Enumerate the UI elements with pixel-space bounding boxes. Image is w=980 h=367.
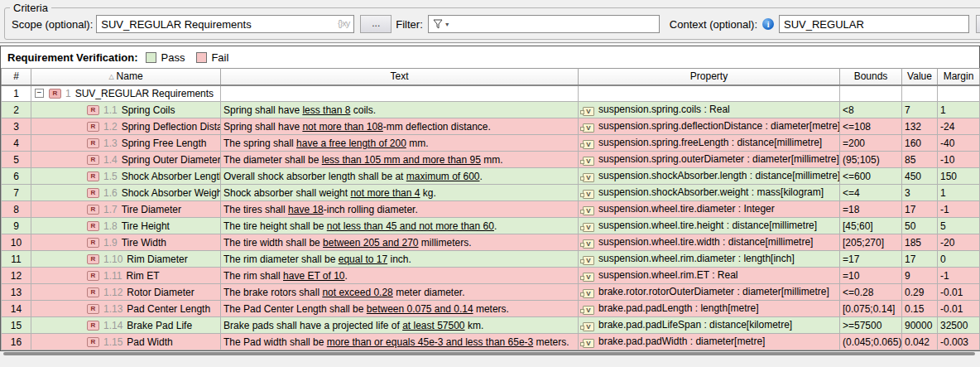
text-underlined: at least 57500 [402, 320, 464, 331]
requirement-name-cell: R1.15Pad Width [31, 334, 221, 350]
text-pre: The diameter shall be [223, 154, 322, 166]
text-pre: The tires shall [223, 204, 288, 215]
table-row[interactable]: 1−R1SUV_REGULAR Requirements [2, 85, 980, 102]
margin-cell: -0.01 [938, 301, 980, 317]
text-underlined: between 205 and 270 [323, 237, 418, 249]
property-name: brake.pad.padLength : length[metre] [598, 302, 758, 314]
table-row[interactable]: 9R1.8Tire HeightThe tire height shall be… [2, 218, 980, 234]
text-underlined: have 18 [288, 204, 324, 215]
property-name: suspension.wheel.tire.height : distance[… [598, 220, 817, 231]
table-row[interactable]: 11R1.10Rim DiameterThe rim diameter shal… [2, 251, 980, 268]
property-cell: Vsuspension.spring.outerDiameter : diame… [579, 152, 840, 168]
property-cell [579, 85, 840, 102]
context-value: SUV_REGULAR [784, 18, 864, 31]
requirement-name: Spring Outer Diameter [122, 154, 221, 166]
requirement-name-cell: R1.2Spring Deflection Distance [31, 118, 221, 135]
text-post: meters. [473, 303, 509, 315]
requirement-icon: R [87, 271, 99, 281]
requirement-ref: 1.5 [103, 171, 118, 182]
requirement-text-cell: The rim shall have ET of 10. [221, 268, 579, 284]
row-number: 3 [2, 118, 31, 135]
value-cell [902, 85, 938, 102]
requirement-ref: 1.3 [103, 138, 118, 149]
table-row[interactable]: 7R1.6Shock Absorber WeightShock absorber… [2, 185, 980, 201]
table-row[interactable]: 15R1.14Brake Pad LifeBrake pads shall ha… [2, 317, 980, 334]
scope-input[interactable]: SUV_REGULAR Requirements {}xy [96, 15, 354, 33]
requirement-text-cell: The rim diameter shall be equal to 17 in… [221, 251, 579, 268]
context-browse-button[interactable]: ... [976, 15, 980, 33]
property-cell: Vbrake.pad.padLifeSpan : distance[kilome… [579, 317, 840, 334]
requirement-name: Tire Diameter [122, 204, 181, 215]
property-name: suspension.spring.coils : Real [598, 104, 730, 115]
header-bounds[interactable]: Bounds [840, 69, 902, 85]
margin-cell [938, 85, 980, 102]
scope-browse-button[interactable]: ... [360, 15, 392, 33]
row-number: 5 [2, 152, 31, 168]
table-row[interactable]: 8R1.7Tire DiameterThe tires shall have 1… [2, 201, 980, 218]
table-row[interactable]: 3R1.2Spring Deflection DistanceSpring sh… [2, 118, 980, 135]
property-cell: Vbrake.pad.padWidth : diameter[metre] [579, 334, 840, 350]
requirement-ref: 1.10 [103, 254, 122, 265]
requirement-text-cell: Brake pads shall have a projected life o… [221, 317, 579, 334]
row-number: 9 [2, 218, 31, 234]
table-row[interactable]: 5R1.4Spring Outer DiameterThe diameter s… [2, 152, 980, 168]
header-text[interactable]: Text [221, 69, 579, 85]
requirement-icon: R [87, 122, 99, 132]
requirement-name-cell: R1.5Shock Absorber Length [31, 168, 221, 185]
value-cell: 160 [902, 135, 938, 152]
header-property[interactable]: Property [579, 69, 840, 85]
margin-cell: -10 [938, 152, 980, 168]
bounds-cell: <=600 [840, 168, 902, 185]
filter-input[interactable]: ▼ [428, 15, 660, 33]
header-num[interactable]: # [2, 69, 31, 85]
value-property-icon: V [583, 239, 594, 249]
horizontal-scrollbar[interactable] [1, 351, 979, 356]
value-cell: 9 [902, 268, 938, 284]
header-name[interactable]: △Name [31, 69, 221, 85]
table-row[interactable]: 12R1.11Rim ETThe rim shall have ET of 10… [2, 268, 980, 284]
property-cell: Vsuspension.spring.freeLength : distance… [579, 135, 840, 152]
value-cell: 17 [902, 201, 938, 218]
table-row[interactable]: 16R1.15Pad WidthThe Pad width shall be m… [2, 334, 980, 350]
chevron-down-icon: ▼ [444, 22, 450, 27]
row-number: 16 [2, 334, 31, 350]
requirement-text-cell: The tire width shall be between 205 and … [221, 234, 579, 251]
bounds-cell: =10 [840, 268, 902, 284]
requirement-name: SUV_REGULAR Requirements [75, 88, 214, 99]
verification-legend-title: Requirement Verification: [7, 51, 137, 64]
header-value[interactable]: Value [902, 69, 938, 85]
scrollbar-thumb[interactable] [3, 352, 975, 355]
bounds-cell: <=0.28 [840, 284, 902, 301]
table-row[interactable]: 6R1.5Shock Absorber LengthOverall shock … [2, 168, 980, 185]
value-cell: 7 [902, 102, 938, 118]
requirement-name: Rim ET [126, 270, 159, 282]
text-post: meter diameter. [393, 287, 465, 298]
table-row[interactable]: 10R1.9Tire WidthThe tire width shall be … [2, 234, 980, 251]
requirement-text-cell: Spring shall have not more than 108-mm d… [221, 118, 579, 135]
requirement-name-cell: R1.3Spring Free Length [31, 135, 221, 152]
value-property-icon: V [583, 223, 594, 232]
text-underlined: maximum of 600 [406, 171, 480, 182]
requirement-name-cell: R1.6Shock Absorber Weight [31, 185, 221, 201]
property-name: suspension.shockAbsorber.weight : mass[k… [598, 186, 824, 198]
requirement-text-cell: The brake rotors shall not exceed 0.28 m… [221, 284, 579, 301]
bounds-cell: <=4 [840, 185, 902, 201]
row-number: 1 [2, 85, 31, 102]
requirement-name: Brake Pad Life [127, 320, 192, 331]
requirement-name: Rotor Diameter [127, 287, 194, 298]
criteria-row: Scope (optional): SUV_REGULAR Requiremen… [5, 14, 980, 39]
header-margin[interactable]: Margin [938, 69, 980, 85]
requirement-icon: R [87, 188, 99, 198]
table-row[interactable]: 2R1.1Spring CoilsSpring shall have less … [2, 102, 980, 118]
collapse-icon[interactable]: − [35, 89, 44, 98]
bounds-cell: =17 [840, 251, 902, 268]
table-row[interactable]: 14R1.13Pad Center LengthThe Pad Center L… [2, 301, 980, 317]
requirement-ref: 1 [65, 88, 71, 99]
filter-icon[interactable]: ▼ [433, 19, 450, 29]
context-input[interactable]: SUV_REGULAR [779, 15, 969, 33]
table-row[interactable]: 4R1.3Spring Free LengthThe spring shall … [2, 135, 980, 152]
bounds-cell: <8 [840, 102, 902, 118]
property-cell: Vsuspension.shockAbsorber.length : dista… [579, 168, 840, 185]
table-row[interactable]: 13R1.12Rotor DiameterThe brake rotors sh… [2, 284, 980, 301]
requirement-name-cell: R1.7Tire Diameter [31, 201, 221, 218]
